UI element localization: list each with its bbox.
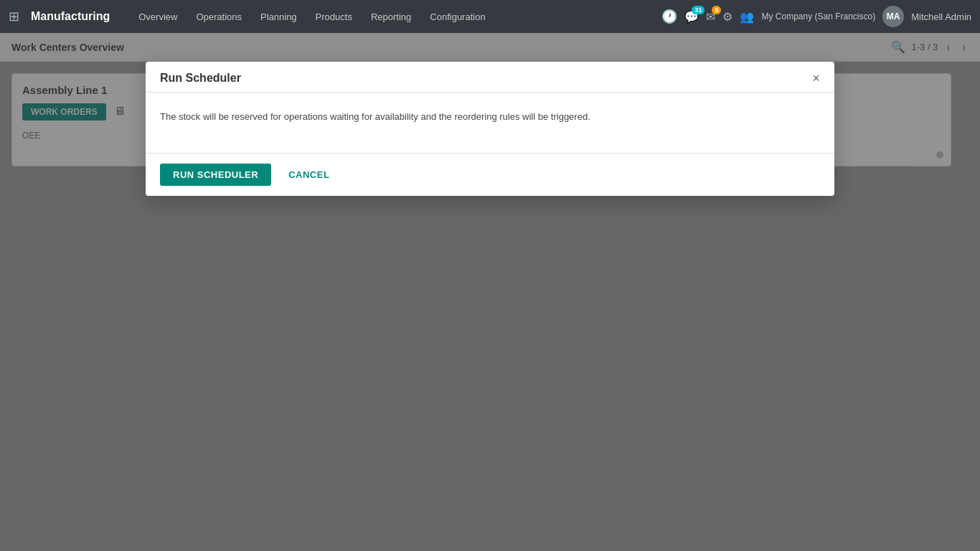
page-bg: Work Centers Overview 🔍 1-3 / 3 ‹ › Asse… bbox=[0, 33, 980, 551]
modal-title: Run Scheduler bbox=[160, 72, 241, 85]
settings-icon[interactable]: ⚙ bbox=[722, 10, 732, 24]
run-scheduler-dialog: Run Scheduler × The stock will be reserv… bbox=[146, 62, 834, 196]
topbar: ⊞ Manufacturing Overview Operations Plan… bbox=[0, 0, 980, 33]
topbar-right: 🕐 💬 31 ✉ 5 ⚙ 👥 My Company (San Francisco… bbox=[661, 6, 971, 27]
modal-close-button[interactable]: × bbox=[812, 72, 820, 85]
mail-badge: 5 bbox=[712, 6, 721, 14]
modal-body-text: The stock will be reserved for operation… bbox=[160, 110, 820, 124]
activity-icon[interactable]: 🕐 bbox=[661, 9, 677, 24]
cancel-button[interactable]: CANCEL bbox=[280, 164, 338, 186]
contacts-icon[interactable]: 👥 bbox=[740, 10, 754, 24]
nav-overview[interactable]: Overview bbox=[131, 9, 184, 25]
main-nav: Overview Operations Planning Products Re… bbox=[131, 9, 654, 25]
nav-planning[interactable]: Planning bbox=[253, 9, 304, 25]
nav-configuration[interactable]: Configuration bbox=[423, 9, 492, 25]
nav-operations[interactable]: Operations bbox=[189, 9, 249, 25]
company-name: My Company (San Francisco) bbox=[761, 11, 875, 22]
modal-overlay: Run Scheduler × The stock will be reserv… bbox=[0, 33, 980, 551]
avatar-initials: MA bbox=[887, 11, 900, 22]
discuss-badge: 31 bbox=[692, 6, 705, 14]
modal-footer: RUN SCHEDULER CANCEL bbox=[146, 153, 834, 196]
nav-products[interactable]: Products bbox=[308, 9, 359, 25]
mail-icon[interactable]: ✉ 5 bbox=[706, 10, 715, 24]
modal-body: The stock will be reserved for operation… bbox=[146, 93, 834, 153]
avatar[interactable]: MA bbox=[882, 6, 904, 27]
grid-icon[interactable]: ⊞ bbox=[9, 9, 19, 24]
run-scheduler-button[interactable]: RUN SCHEDULER bbox=[160, 164, 271, 186]
modal-header: Run Scheduler × bbox=[146, 62, 834, 93]
discuss-icon[interactable]: 💬 31 bbox=[684, 10, 699, 24]
nav-reporting[interactable]: Reporting bbox=[364, 9, 418, 25]
app-title: Manufacturing bbox=[31, 10, 110, 23]
username: Mitchell Admin bbox=[911, 11, 971, 22]
